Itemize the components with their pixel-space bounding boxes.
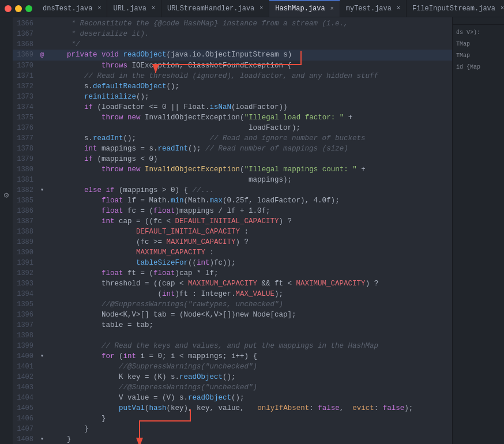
line-number: 1394 <box>13 289 37 299</box>
code-text: //@SuppressWarnings("unchecked") <box>47 362 452 372</box>
code-text: // Read in the threshold (ignored), load… <box>47 71 452 81</box>
maximize-button[interactable] <box>25 5 32 12</box>
gear-icon[interactable]: ⚙ <box>4 190 9 200</box>
tab-fileInputStream[interactable]: FileInputStream.java × <box>407 0 504 17</box>
code-text: } <box>47 424 452 434</box>
code-line: 1378 int mappings = s.readInt(); // Read… <box>13 144 452 154</box>
code-text: tableSizeFor((int)fc)); <box>47 258 452 268</box>
gutter-cell <box>37 258 47 268</box>
code-text: (int)ft : Integer.MAX_VALUE); <box>47 289 452 299</box>
code-line: 1375 throw new InvalidObjectException("I… <box>13 112 452 123</box>
tab-label: URL.java <box>113 5 146 13</box>
code-line: 1403 //@SuppressWarnings("unchecked") <box>13 382 452 393</box>
code-line: 1379 if (mappings < 0) <box>13 154 452 164</box>
line-number: 1385 <box>13 195 37 206</box>
code-text: s.readInt(); // Read and ignore number o… <box>47 133 452 144</box>
line-number: 1377 <box>13 133 37 144</box>
tab-hashMap[interactable]: HashMap.java × <box>269 0 340 17</box>
window-controls <box>0 5 37 12</box>
code-text: //@SuppressWarnings("rawtypes, unchecked… <box>47 299 452 310</box>
code-text: } <box>47 434 452 444</box>
gutter-cell <box>37 424 47 434</box>
gutter-cell <box>37 92 47 102</box>
code-text: Node<K,V>[] tab = (Node<K,V>[])new Node[… <box>47 310 452 320</box>
code-text <box>47 330 452 341</box>
line-number: 1398 <box>13 330 37 341</box>
code-lines: 1366 * Reconstitute the {@code HashMap} … <box>13 17 452 444</box>
tab-close-icon[interactable]: × <box>330 6 334 12</box>
gutter-cell <box>37 18 47 29</box>
tab-close-icon[interactable]: × <box>152 5 155 12</box>
gutter-cell <box>37 362 47 372</box>
tab-close-icon[interactable]: × <box>501 5 504 12</box>
code-line: 1390 MAXIMUM_CAPACITY : <box>13 247 452 258</box>
tab-close-icon[interactable]: × <box>397 5 400 12</box>
gutter-cell <box>37 341 47 351</box>
code-text: else if (mappings > 0) { //... <box>47 185 452 195</box>
tab-label: URLStreamHandler.java <box>167 5 254 13</box>
line-number: 1369 <box>13 50 37 61</box>
code-line: 1406 } <box>13 413 452 424</box>
code-text: * Reconstitute the {@code HashMap} insta… <box>47 18 452 29</box>
line-number: 1366 <box>13 18 37 29</box>
line-number: 1373 <box>13 92 37 102</box>
code-line: 1397 table = tab; <box>13 320 452 330</box>
gutter-cell <box>37 393 47 403</box>
code-text: loadFactor); <box>47 123 452 133</box>
gutter-cell <box>37 144 47 154</box>
gutter-cell <box>37 154 47 164</box>
tab-myTest[interactable]: myTest.java × <box>340 0 407 17</box>
gutter-cell <box>37 403 47 413</box>
tab-dnsTest[interactable]: dnsTest.java × <box>37 0 107 17</box>
line-number: 1400 <box>13 351 37 362</box>
gutter-cell <box>37 123 47 133</box>
left-toolbar: ⚙ <box>0 17 13 444</box>
right-sidebar: ds V>): TMap TMap id {Map <box>452 17 504 444</box>
gutter-cell <box>37 175 47 185</box>
line-number: 1401 <box>13 362 37 372</box>
gutter-cell: ▾ <box>37 434 47 444</box>
code-line: 1405 putVal(hash(key), key, value, onlyI… <box>13 403 452 413</box>
gutter-cell <box>37 279 47 289</box>
code-line: 1368 */ <box>13 39 452 50</box>
tab-urlStreamHandler[interactable]: URLStreamHandler.java × <box>161 0 269 17</box>
line-number: 1374 <box>13 102 37 112</box>
gutter-cell <box>37 227 47 237</box>
code-line: 1388 DEFAULT_INITIAL_CAPACITY : <box>13 227 452 237</box>
line-number: 1372 <box>13 81 37 92</box>
code-text: private void readObject(java.io.ObjectIn… <box>47 50 452 61</box>
tab-label: FileInputStream.java <box>412 5 495 13</box>
code-line: 1394 (int)ft : Integer.MAX_VALUE); <box>13 289 452 299</box>
code-line: 1381 mappings); <box>13 175 452 185</box>
code-text: throws IOException, ClassNotFoundExcepti… <box>47 61 452 71</box>
code-line: 1366 * Reconstitute the {@code HashMap} … <box>13 18 452 29</box>
gutter-cell <box>37 29 47 39</box>
line-number: 1371 <box>13 71 37 81</box>
gutter-cell: ▾ <box>37 185 47 195</box>
tab-url[interactable]: URL.java × <box>107 0 161 17</box>
gutter-cell <box>37 39 47 50</box>
close-button[interactable] <box>5 5 12 12</box>
gutter-cell <box>37 289 47 299</box>
code-line: 1372 s.defaultReadObject(); <box>13 81 452 92</box>
tab-close-icon[interactable]: × <box>97 5 101 12</box>
line-number: 1397 <box>13 320 37 330</box>
gutter-cell: ▾ <box>37 351 47 362</box>
gutter-cell: @ <box>37 50 47 61</box>
sidebar-item-4: id {Map <box>453 62 504 73</box>
code-line: 1386 float fc = (float)mappings / lf + 1… <box>13 206 452 216</box>
code-text: //@SuppressWarnings("unchecked") <box>47 382 452 393</box>
code-text: * deserialize it). <box>47 29 452 39</box>
tab-close-icon[interactable]: × <box>259 5 263 12</box>
gutter-cell <box>37 310 47 320</box>
code-text: if (loadFactor <= 0 || Float.isNaN(loadF… <box>47 102 452 112</box>
tab-label: dnsTest.java <box>43 5 92 13</box>
minimize-button[interactable] <box>15 5 22 12</box>
code-text: reinitialize(); <box>47 92 452 102</box>
line-number: 1389 <box>13 237 37 247</box>
gutter-cell <box>37 413 47 424</box>
line-number: 1396 <box>13 310 37 320</box>
code-line: 1367 * deserialize it). <box>13 29 452 39</box>
code-editor[interactable]: 1366 * Reconstitute the {@code HashMap} … <box>13 17 452 444</box>
line-number: 1390 <box>13 247 37 258</box>
